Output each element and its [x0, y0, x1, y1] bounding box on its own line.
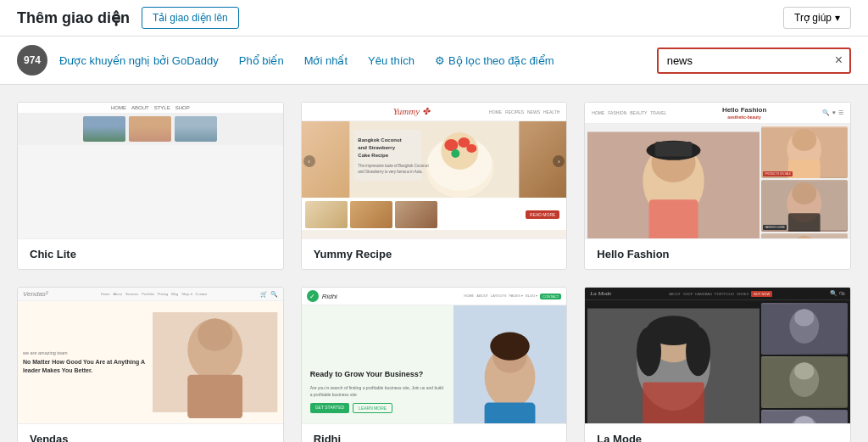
hello-body: TRENDZ IN FASHION PRODUCTS ON SALE	[585, 124, 850, 238]
svg-text:and Strawberry: and Strawberry	[358, 145, 395, 150]
svg-rect-35	[788, 213, 821, 232]
lamode-side-1	[761, 303, 848, 355]
theme-card-la-mode[interactable]: La Mode ABOUT SHOP HANDBAG PORTFOLIO SHO…	[584, 287, 851, 442]
svg-text:and Strawberry is very famous : and Strawberry is very famous in Asia.	[358, 170, 423, 174]
themes-area: HOME ABOUT STYLE SHOP Chic	[0, 85, 868, 442]
search-icon: 🔍	[822, 109, 830, 116]
yummy-header: Yummy ✤ HOME RECIPES NEWS HEALTH	[302, 103, 567, 121]
search-icon-vendas: 🔍	[270, 291, 278, 298]
hello-side-3	[761, 233, 848, 238]
svg-rect-55	[643, 383, 705, 423]
hello-tag-3: FASHION GUIDE	[763, 225, 787, 230]
hello-side-images: PRODUCTS ON SALE FASHION GUIDE	[761, 126, 848, 238]
svg-rect-27	[655, 142, 693, 156]
theme-card-chic-lite[interactable]: HOME ABOUT STYLE SHOP Chic	[17, 102, 284, 270]
yummy-small-2	[350, 201, 392, 228]
lamode-header: La Mode ABOUT SHOP HANDBAG PORTFOLIO SHO…	[585, 288, 850, 300]
top-bar: Thêm giao diện Tải giao diện lên Trợ giú…	[0, 0, 868, 36]
filter-feature[interactable]: ⚙ Bộ lọc theo đặc điểm	[426, 49, 563, 72]
yummy-small-3	[395, 201, 437, 228]
la-mode-preview: La Mode ABOUT SHOP HANDBAG PORTFOLIO SHO…	[585, 288, 850, 423]
cart-icon: 🛒	[260, 291, 268, 298]
lamode-logo: La Mode	[590, 290, 611, 297]
ridhi-left: Ready to Grow Your Business? Are you in …	[302, 305, 454, 423]
page-title: Thêm giao diện	[17, 8, 130, 27]
vendas-image	[153, 306, 277, 418]
lamode-side-3	[761, 410, 848, 423]
ridhi-preview: ✓ Ridhi HOME ABOUT LAYOUTS PAGES ▾ BLOG …	[302, 288, 567, 423]
top-bar-left: Thêm giao diện Tải giao diện lên	[17, 7, 239, 29]
chic-lite-preview: HOME ABOUT STYLE SHOP Chic	[18, 103, 283, 238]
lamode-buy-btn: BUY NOW	[751, 291, 772, 297]
vendas-left: we are amazing team No Matter How Good Y…	[23, 306, 147, 418]
yummy-small-1	[305, 201, 348, 228]
svg-rect-25	[649, 199, 698, 238]
help-button[interactable]: Trợ giúp ▾	[783, 7, 851, 29]
yummy-read-more: READ MORE	[526, 210, 559, 219]
svg-point-12	[444, 139, 458, 151]
filter-favorites[interactable]: Yêu thích	[359, 49, 423, 72]
upload-theme-button[interactable]: Tải giao diện lên	[142, 7, 239, 29]
theme-card-vendas[interactable]: Vendas² Home About Services Portfolio Pr…	[17, 287, 284, 442]
chic-lite-name: Chic Lite	[18, 238, 283, 269]
hello-header: HOME FASHION BEAUTY TRAVEL Hello Fashion…	[585, 103, 850, 124]
lamode-side-2	[761, 356, 848, 408]
chevron-down-icon: ▾	[835, 12, 840, 24]
yummy-next-arrow[interactable]: ›	[553, 155, 565, 167]
search-clear-button[interactable]: ×	[828, 53, 849, 67]
vendas-content: we are amazing team No Matter How Good Y…	[18, 301, 283, 423]
filter-popular[interactable]: Phổ biến	[231, 49, 292, 72]
menu-icon: ☰	[838, 109, 843, 116]
svg-point-54	[686, 327, 710, 376]
hello-side-2: FASHION GUIDE	[761, 180, 848, 232]
theme-card-ridhi[interactable]: ✓ Ridhi HOME ABOUT LAYOUTS PAGES ▾ BLOG …	[301, 287, 568, 442]
vendas-headline: No Matter How Good You Are at Anything A…	[23, 358, 147, 375]
yummy-recipe-preview: Yummy ✤ HOME RECIPES NEWS HEALTH	[302, 103, 567, 238]
lamode-side-images	[761, 303, 848, 423]
chic-thumb-3	[175, 116, 217, 142]
ridhi-logo-icon: ✓	[307, 290, 319, 302]
ridhi-cta: CONTACT	[540, 294, 561, 299]
filter-new[interactable]: Mới nhất	[296, 49, 356, 72]
svg-point-30	[793, 129, 817, 151]
ridhi-right	[453, 305, 566, 423]
search-input[interactable]	[659, 49, 828, 72]
vendas-inner: Vendas² Home About Services Portfolio Pr…	[18, 288, 283, 423]
lamode-nav: ABOUT SHOP HANDBAG PORTFOLIO SHOES BUY N…	[669, 291, 772, 297]
vendas-actions: 🛒 🔍	[260, 291, 278, 298]
hello-main-image: TRENDZ IN FASHION	[587, 126, 760, 238]
ridhi-name: Ridhi	[302, 423, 567, 442]
hello-nav: HOME FASHION BEAUTY TRAVEL	[592, 110, 666, 115]
ridhi-nav: HOME ABOUT LAYOUTS PAGES ▾ BLOG ▾ CONTAC…	[464, 294, 561, 299]
filter-bar: 974 Được khuyến nghị bởi GoDaddy Phổ biế…	[0, 36, 868, 85]
filter-godaddy[interactable]: Được khuyến nghị bởi GoDaddy	[51, 49, 227, 72]
filter-feature-label: Bộ lọc theo đặc điểm	[448, 54, 554, 67]
svg-rect-31	[788, 159, 821, 178]
hello-side-1: PRODUCTS ON SALE	[761, 126, 848, 178]
ridhi-btn-secondary: LEARN MORE	[353, 403, 392, 413]
ridhi-subtext: Are you in search of finding a profitabl…	[310, 385, 446, 398]
lamode-main-image: How Fashion Is Taking Over and What to D…	[587, 303, 760, 423]
svg-text:Bangkok Coconut: Bangkok Coconut	[358, 137, 401, 143]
theme-card-yummy-recipe[interactable]: Yummy ✤ HOME RECIPES NEWS HEALTH	[301, 102, 568, 270]
themes-grid: HOME ABOUT STYLE SHOP Chic	[17, 102, 851, 442]
search-wrap: ×	[657, 48, 851, 74]
ridhi-header: ✓ Ridhi HOME ABOUT LAYOUTS PAGES ▾ BLOG …	[302, 288, 567, 305]
chic-thumb-2	[129, 116, 171, 142]
ridhi-inner: ✓ Ridhi HOME ABOUT LAYOUTS PAGES ▾ BLOG …	[302, 288, 567, 423]
vendas-caption: we are amazing team	[23, 350, 147, 355]
gear-icon: ⚙	[435, 54, 445, 67]
svg-point-34	[793, 182, 817, 204]
heart-icon: ♥	[832, 109, 836, 116]
yummy-prev-arrow[interactable]: ‹	[303, 155, 315, 167]
ridhi-logo: Ridhi	[322, 293, 337, 300]
yummy-body: Bangkok Coconut and Strawberry Cake Reci…	[302, 121, 567, 238]
theme-card-hello-fashion[interactable]: HOME FASHION BEAUTY TRAVEL Hello Fashion…	[584, 102, 851, 270]
vendas-name: Vendas	[18, 423, 283, 442]
hello-tag-2: PRODUCTS ON SALE	[763, 171, 793, 176]
svg-rect-43	[188, 375, 243, 418]
search-icon-lamode: 🔍	[830, 290, 837, 297]
vendas-logo: Vendas²	[23, 290, 48, 298]
ridhi-content: Ready to Grow Your Business? Are you in …	[302, 305, 567, 423]
svg-point-48	[491, 332, 531, 360]
